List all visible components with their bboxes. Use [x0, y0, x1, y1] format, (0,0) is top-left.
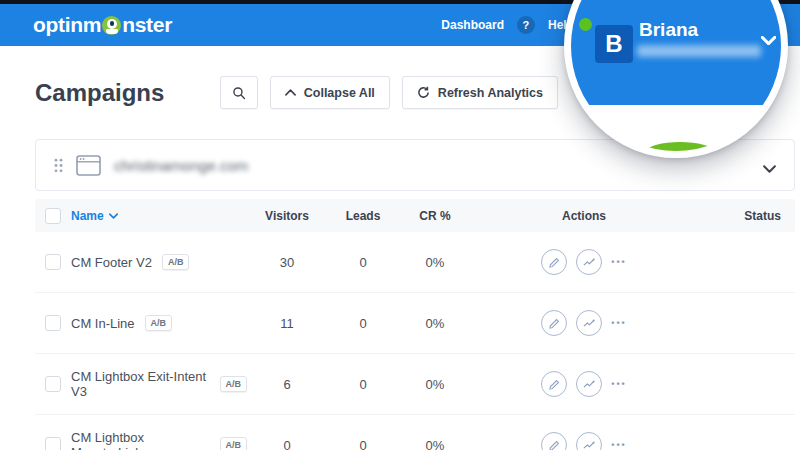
refresh-icon: [417, 86, 430, 99]
refresh-analytics-button[interactable]: Refresh Analytics: [402, 76, 558, 109]
column-header-cr: CR %: [399, 209, 471, 223]
trend-line-icon: [583, 258, 595, 267]
trend-line-icon: [583, 441, 595, 450]
edit-button[interactable]: [541, 371, 567, 397]
column-header-name[interactable]: Name: [71, 209, 247, 223]
campaign-name[interactable]: CM Lightbox MonsterLink: [71, 430, 210, 450]
magnifier-bubble: B Briana: [564, 0, 788, 158]
account-subtitle-blurred: [637, 45, 761, 57]
column-header-actions: Actions: [562, 209, 606, 223]
visitors-value: 30: [247, 255, 327, 270]
campaign-row: CM Lightbox Exit-Intent V3 A/B 6 0 0% ••…: [35, 354, 795, 415]
account-menu-chevron-down-icon[interactable]: [761, 31, 776, 49]
row-checkbox[interactable]: [45, 254, 61, 270]
search-button[interactable]: [220, 76, 258, 109]
row-actions: •••: [541, 371, 626, 397]
ab-test-badge: A/B: [145, 315, 173, 331]
page-title: Campaigns: [35, 79, 164, 107]
cr-value: 0%: [399, 438, 471, 450]
app-screen: optinmnster Dashboard ? Help Campaigns C…: [0, 0, 800, 450]
table-header-row: Name Visitors Leads CR % Actions Status: [35, 199, 795, 232]
top-nav-links: Dashboard ? Help: [441, 16, 574, 34]
ab-test-badge: A/B: [220, 376, 248, 392]
campaign-row: CM Footer V2 A/B 30 0 0% •••: [35, 232, 795, 293]
campaign-row: CM In-Line A/B 11 0 0% •••: [35, 293, 795, 354]
pencil-icon: [549, 318, 560, 329]
pencil-icon: [549, 440, 560, 450]
ab-test-badge: A/B: [220, 437, 248, 450]
visitors-value: 6: [247, 377, 327, 392]
collapse-all-label: Collapse All: [304, 86, 375, 100]
logo-text-left: optinm: [33, 13, 101, 37]
column-header-visitors: Visitors: [247, 209, 327, 223]
column-header-leads: Leads: [327, 209, 399, 223]
optinmonster-logo[interactable]: optinmnster: [33, 13, 172, 37]
browser-window-icon: [76, 155, 101, 176]
campaign-name[interactable]: CM Footer V2: [71, 255, 152, 270]
analytics-button[interactable]: [576, 310, 602, 336]
edit-button[interactable]: [541, 249, 567, 275]
edit-button[interactable]: [541, 432, 567, 450]
ab-test-badge: A/B: [162, 254, 190, 270]
cr-value: 0%: [399, 255, 471, 270]
row-actions: •••: [541, 432, 626, 450]
cr-value: 0%: [399, 377, 471, 392]
cr-value: 0%: [399, 316, 471, 331]
select-all-checkbox[interactable]: [45, 208, 61, 224]
edit-button[interactable]: [541, 310, 567, 336]
campaign-name[interactable]: CM In-Line: [71, 316, 135, 331]
row-checkbox[interactable]: [45, 315, 61, 331]
more-actions-button[interactable]: •••: [611, 318, 626, 328]
avatar[interactable]: B: [595, 25, 633, 63]
more-actions-button[interactable]: •••: [611, 440, 626, 450]
logo-text-right: nster: [122, 13, 172, 37]
drag-handle-icon[interactable]: [54, 158, 63, 173]
analytics-button[interactable]: [576, 432, 602, 450]
refresh-analytics-label: Refresh Analytics: [438, 86, 543, 100]
name-header-label: Name: [71, 209, 104, 223]
campaign-name[interactable]: CM Lightbox Exit-Intent V3: [71, 369, 210, 399]
site-domain-blurred: christinamonge.com: [114, 157, 248, 174]
leads-value: 0: [327, 316, 399, 331]
leads-value: 0: [327, 255, 399, 270]
sort-chevron-down-icon: [109, 213, 118, 219]
column-header-status: Status: [744, 209, 795, 223]
pencil-icon: [549, 257, 560, 268]
account-name: Briana: [639, 19, 698, 41]
row-actions: •••: [541, 249, 626, 275]
row-checkbox[interactable]: [45, 376, 61, 392]
trend-line-icon: [583, 319, 595, 328]
trend-line-icon: [583, 380, 595, 389]
campaigns-table: Name Visitors Leads CR % Actions Status …: [35, 199, 795, 450]
pencil-icon: [549, 379, 560, 390]
campaign-row: CM Lightbox MonsterLink A/B 0 0 0% •••: [35, 415, 795, 450]
collapse-all-button[interactable]: Collapse All: [270, 76, 390, 109]
more-actions-button[interactable]: •••: [611, 379, 626, 389]
leads-value: 0: [327, 377, 399, 392]
monster-icon: [102, 16, 121, 35]
more-actions-button[interactable]: •••: [611, 257, 626, 267]
chevron-up-icon: [285, 89, 296, 96]
analytics-button[interactable]: [576, 249, 602, 275]
site-expand-chevron-down-icon[interactable]: [763, 159, 776, 177]
row-checkbox[interactable]: [45, 437, 61, 450]
help-question-icon[interactable]: ?: [517, 16, 535, 34]
search-icon: [232, 86, 246, 100]
online-status-dot: [579, 18, 592, 31]
toolbar: Collapse All Refresh Analytics: [220, 76, 558, 109]
visitors-value: 11: [247, 316, 327, 331]
analytics-button[interactable]: [576, 371, 602, 397]
row-actions: •••: [541, 310, 626, 336]
visitors-value: 0: [247, 438, 327, 450]
nav-dashboard-link[interactable]: Dashboard: [441, 18, 504, 32]
leads-value: 0: [327, 438, 399, 450]
